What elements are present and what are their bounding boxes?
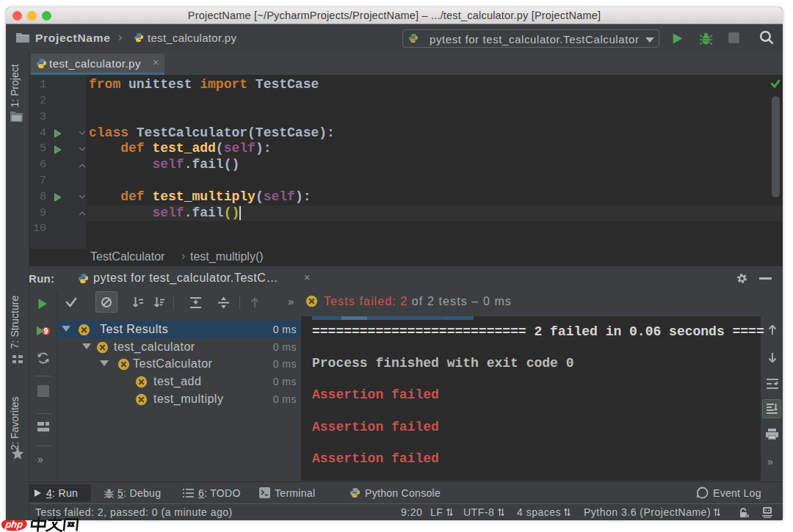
svg-text:9: 9 (44, 327, 48, 335)
svg-text:php: php (4, 519, 23, 530)
